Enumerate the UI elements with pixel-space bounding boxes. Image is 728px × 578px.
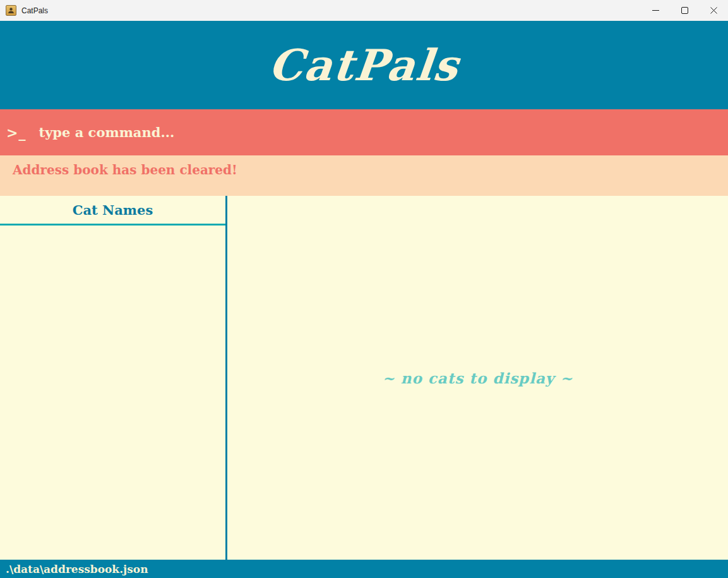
window-title: CatPals xyxy=(21,6,48,15)
result-display: Address book has been cleared! xyxy=(0,155,728,196)
minimize-button[interactable] xyxy=(641,0,670,21)
cat-list-panel: Cat Names xyxy=(0,196,225,560)
minimize-icon xyxy=(652,7,659,14)
titlebar-left: CatPals xyxy=(0,5,48,16)
cat-list-header: Cat Names xyxy=(0,196,225,226)
result-message: Address book has been cleared! xyxy=(13,162,237,178)
status-file-path: .\data\addressbook.json xyxy=(6,563,148,575)
status-bar: .\data\addressbook.json xyxy=(0,560,728,578)
titlebar: CatPals xyxy=(0,0,728,21)
cat-list[interactable] xyxy=(0,226,225,560)
close-icon xyxy=(710,7,717,14)
maximize-button[interactable] xyxy=(670,0,699,21)
command-prompt: >_ xyxy=(6,124,26,141)
main-area: Cat Names ~ no cats to display ~ xyxy=(0,196,728,560)
command-input[interactable] xyxy=(39,124,722,140)
app-icon xyxy=(6,5,16,16)
command-bar: >_ xyxy=(0,109,728,155)
app-logo: CatPals xyxy=(266,40,462,90)
maximize-icon xyxy=(681,7,688,14)
cat-detail-panel: ~ no cats to display ~ xyxy=(227,196,728,560)
app-window: CatPals CatPals >_ xyxy=(0,0,728,578)
close-button[interactable] xyxy=(699,0,728,21)
empty-state-message: ~ no cats to display ~ xyxy=(383,370,573,387)
window-controls xyxy=(641,0,728,21)
app-header: CatPals xyxy=(0,21,728,109)
